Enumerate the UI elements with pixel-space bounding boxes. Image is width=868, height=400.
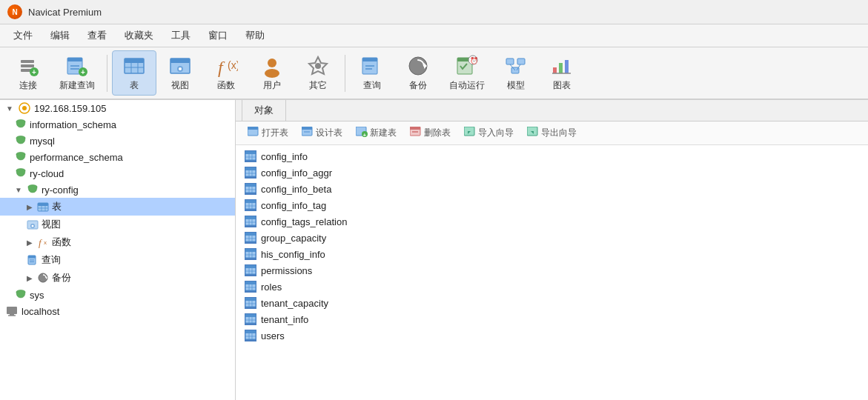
sidebar-table-node[interactable]: ▶ 表 [0, 198, 235, 216]
svg-text:+: + [81, 68, 85, 76]
btn-open-table[interactable]: 打开表 [242, 124, 294, 141]
table-row[interactable]: tenant_info [236, 311, 868, 327]
svg-rect-42 [565, 60, 569, 73]
sidebar-db-mysql[interactable]: mysql [0, 133, 235, 149]
toolbar-other[interactable]: 其它 [296, 51, 340, 95]
backup-label: 备份 [409, 79, 427, 92]
svg-rect-107 [245, 216, 256, 219]
toolbar-backup[interactable]: 备份 [396, 51, 440, 95]
toolbar-auto-run[interactable]: ⏰ 自动运行 [442, 51, 492, 95]
menu-help[interactable]: 帮助 [238, 27, 272, 44]
menu-file[interactable]: 文件 [6, 27, 40, 44]
table-row[interactable]: config_info_tag [236, 197, 868, 213]
sidebar-query-node[interactable]: 查询 [0, 251, 235, 269]
table-row-icon [245, 232, 256, 244]
table-row[interactable]: his_config_info [236, 246, 868, 262]
toolbar-function[interactable]: f (x) 函数 [204, 51, 248, 95]
svg-rect-74 [302, 127, 312, 130]
export-wizard-icon [527, 127, 539, 139]
connection-arrow: ▼ [6, 104, 13, 113]
backup-node-label: 备份 [52, 271, 71, 284]
design-table-icon [302, 127, 314, 139]
btn-export-wizard[interactable]: 导出向导 [521, 124, 583, 141]
toolbar-new-query[interactable]: + 新建查询 [52, 51, 102, 95]
connect-icon: + [16, 54, 40, 78]
menu-edit[interactable]: 编辑 [43, 27, 77, 44]
sidebar-db-sys[interactable]: sys [0, 287, 235, 303]
svg-rect-35 [506, 59, 514, 64]
menu-view[interactable]: 查看 [80, 27, 114, 44]
table-row[interactable]: config_info_aggr [236, 164, 868, 181]
table-row[interactable]: config_tags_relation [236, 213, 868, 230]
sidebar-db-ry-config[interactable]: ▼ ry-config [0, 181, 235, 198]
svg-rect-0 [21, 60, 34, 63]
toolbar-view[interactable]: 视图 [158, 51, 202, 95]
svg-rect-40 [553, 67, 557, 73]
sidebar-connection[interactable]: ▼ 192.168.159.105 [0, 100, 235, 116]
sidebar-view-node[interactable]: 视图 [0, 216, 235, 233]
toolbar-chart[interactable]: 图表 [540, 51, 584, 95]
btn-design-table[interactable]: 设计表 [296, 124, 348, 141]
table-row[interactable]: config_info_beta [236, 181, 868, 197]
toolbar-query[interactable]: 查询 [350, 51, 394, 95]
table-row[interactable]: roles [236, 279, 868, 295]
menu-favorites[interactable]: 收藏夹 [117, 27, 161, 44]
sidebar-db-information-schema[interactable]: information_schema [0, 116, 235, 133]
db-icon-ry-config [27, 184, 39, 196]
query-node-label: 查询 [42, 253, 61, 267]
btn-delete-table[interactable]: 删除表 [404, 124, 457, 141]
svg-text:x: x [44, 239, 47, 246]
table-row-icon [245, 281, 256, 293]
table-row-text: tenant_info [261, 314, 308, 325]
function-node-icon: f x [37, 236, 49, 248]
menu-tools[interactable]: 工具 [164, 27, 198, 44]
table-node-icon [37, 201, 49, 213]
table-row-icon [245, 297, 256, 309]
menu-window[interactable]: 窗口 [201, 27, 235, 44]
table-row[interactable]: group_capacity [236, 230, 868, 246]
new-table-icon: + [356, 127, 368, 139]
btn-new-table[interactable]: + 新建表 [350, 124, 402, 141]
table-row[interactable]: config_info [236, 148, 868, 164]
connection-icon [19, 102, 30, 114]
app-title: Navicat Premium [28, 7, 102, 18]
toolbar-connect[interactable]: + 连接 [6, 51, 50, 95]
db-performance-schema-label: performance_schema [30, 152, 123, 163]
table-row[interactable]: permissions [236, 262, 868, 279]
open-table-label: 打开表 [262, 127, 288, 139]
tab-object[interactable]: 对象 [242, 100, 286, 121]
query-icon [360, 54, 384, 78]
btn-import-wizard[interactable]: 导入向导 [458, 124, 520, 141]
toolbar-table[interactable]: 表 [112, 50, 156, 96]
toolbar-user[interactable]: 用户 [250, 51, 294, 95]
function-node-arrow: ▶ [27, 239, 33, 247]
function-label: 函数 [217, 79, 235, 92]
sidebar-backup-node[interactable]: ▶ 备份 [0, 269, 235, 287]
content-area: 对象 打开表 [236, 100, 868, 400]
db-mysql-label: mysql [30, 136, 55, 147]
other-label: 其它 [309, 79, 327, 92]
table-row-text: roles [261, 281, 282, 293]
table-row[interactable]: users [236, 327, 868, 344]
svg-text:(x): (x) [228, 59, 238, 71]
db-sys-label: sys [30, 290, 44, 301]
sidebar-localhost[interactable]: localhost [0, 303, 235, 319]
table-row-icon [245, 216, 256, 227]
svg-rect-12 [125, 59, 144, 63]
sidebar-function-node[interactable]: ▶ f x 函数 [0, 233, 235, 251]
sidebar-db-performance-schema[interactable]: performance_schema [0, 149, 235, 165]
design-table-label: 设计表 [316, 127, 342, 139]
view-node-icon [27, 219, 39, 230]
user-icon [260, 54, 284, 78]
menu-bar: 文件 编辑 查看 收藏夹 工具 窗口 帮助 [0, 24, 868, 47]
sidebar-db-ry-cloud[interactable]: ry-cloud [0, 165, 235, 181]
svg-text:f: f [39, 237, 43, 248]
table-row-text: tenant_capacity [261, 298, 328, 309]
table-row[interactable]: tenant_capacity [236, 295, 868, 311]
toolbar-model[interactable]: 模型 [494, 51, 538, 95]
svg-text:⏰: ⏰ [470, 56, 479, 65]
svg-point-23 [265, 69, 279, 78]
new-table-label: 新建表 [370, 127, 397, 139]
other-icon [306, 54, 330, 78]
svg-point-45 [22, 106, 27, 110]
